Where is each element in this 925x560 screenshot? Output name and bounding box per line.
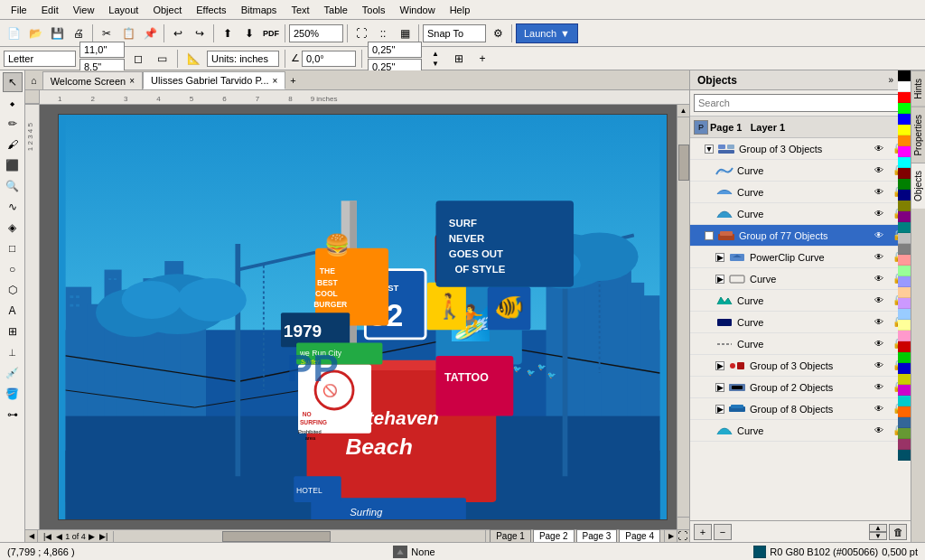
export-btn[interactable]: ⬇ bbox=[239, 23, 259, 43]
obj-curve8-row[interactable]: Curve 👁 🔓 bbox=[690, 420, 911, 442]
palette-color-18[interactable] bbox=[898, 266, 911, 276]
palette-color-23[interactable] bbox=[898, 320, 911, 331]
zoom-fit-btn[interactable]: ⛶ bbox=[677, 530, 689, 543]
obj-curve1-row[interactable]: Curve 👁 🔓 bbox=[690, 160, 911, 182]
curve2-eye[interactable]: 👁 bbox=[874, 187, 889, 197]
menu-view[interactable]: View bbox=[66, 3, 102, 17]
palette-color-7[interactable] bbox=[898, 146, 911, 157]
menu-bitmaps[interactable]: Bitmaps bbox=[234, 3, 285, 17]
node-tool[interactable]: ⬥ bbox=[3, 93, 23, 113]
document-tab-close[interactable]: × bbox=[273, 76, 278, 86]
search-input[interactable] bbox=[694, 94, 907, 112]
palette-color-11[interactable] bbox=[898, 190, 911, 201]
palette-color-13[interactable] bbox=[898, 211, 911, 222]
palette-color-30[interactable] bbox=[898, 396, 911, 406]
menu-tools[interactable]: Tools bbox=[355, 3, 393, 17]
cut-btn[interactable]: ✂ bbox=[97, 23, 117, 43]
transform-btn[interactable]: ⊞ bbox=[449, 49, 469, 69]
canvas-scroll[interactable]: Whitehaven Beach 🌴 Surfing bbox=[40, 105, 677, 529]
bottom-scrollbar[interactable]: ◀ |◀ ◀ 1 of 4 ▶ ▶| Page 1 Page 2 Page 3 … bbox=[25, 529, 689, 542]
palette-color-0[interactable] bbox=[898, 70, 911, 81]
group77-eye[interactable]: 👁 bbox=[874, 230, 889, 240]
menu-object[interactable]: Object bbox=[145, 3, 189, 17]
undo-btn[interactable]: ↩ bbox=[168, 23, 188, 43]
powerclip-eye[interactable]: 👁 bbox=[874, 252, 889, 262]
curve5-eye[interactable]: 👁 bbox=[874, 295, 889, 305]
palette-color-35[interactable] bbox=[898, 450, 911, 461]
menu-window[interactable]: Window bbox=[393, 3, 443, 17]
palette-color-29[interactable] bbox=[898, 385, 911, 396]
font-box[interactable]: Letter bbox=[4, 51, 76, 67]
h-scroll-thumb[interactable] bbox=[222, 531, 331, 542]
palette-color-9[interactable] bbox=[898, 168, 911, 179]
group3b-eye[interactable]: 👁 bbox=[874, 360, 889, 370]
x-down-btn[interactable]: ▼ bbox=[425, 59, 445, 68]
welcome-tab-close[interactable]: × bbox=[129, 76, 135, 86]
curve6-eye[interactable]: 👁 bbox=[874, 317, 889, 327]
menu-help[interactable]: Help bbox=[443, 3, 478, 17]
curve3-eye[interactable]: 👁 bbox=[874, 209, 889, 219]
rect-tool[interactable]: □ bbox=[3, 238, 23, 258]
polygon-tool[interactable]: ⬡ bbox=[3, 280, 23, 300]
curve4-eye[interactable]: 👁 bbox=[874, 274, 889, 284]
welcome-tab[interactable]: Welcome Screen × bbox=[42, 71, 143, 89]
obj-group77-row[interactable]: ▼ Group of 77 Objects 👁 🔓 bbox=[690, 225, 911, 247]
objects-tab[interactable]: Objects bbox=[911, 163, 925, 209]
crop-tool[interactable]: ⬛ bbox=[3, 155, 23, 175]
palette-color-25[interactable] bbox=[898, 341, 911, 352]
h-scrollbar[interactable] bbox=[114, 530, 485, 543]
expand-group77-btn[interactable]: ▼ bbox=[705, 231, 714, 240]
palette-color-27[interactable] bbox=[898, 363, 911, 374]
document-tab[interactable]: Ulisses Gabriel Tarvido P... × bbox=[143, 71, 285, 89]
obj-group2-row[interactable]: ▶ Group of 2 Objects 👁 🔓 bbox=[690, 377, 911, 398]
fullscreen-btn[interactable]: ⛶ bbox=[351, 23, 371, 43]
expand-group3-btn[interactable]: ▼ bbox=[705, 145, 714, 154]
width-box[interactable]: 11,0" bbox=[79, 42, 125, 58]
obj-curve7-row[interactable]: Curve 👁 🔓 bbox=[690, 333, 911, 355]
group3-eye[interactable]: 👁 bbox=[874, 144, 889, 154]
page-tab-4[interactable]: Page 4 bbox=[619, 529, 660, 542]
page-tab-3[interactable]: Page 3 bbox=[576, 529, 618, 542]
expand-powerclip-btn[interactable]: ▶ bbox=[715, 253, 724, 262]
obj-group3b-row[interactable]: ▶ Group of 3 Objects 👁 🔓 bbox=[690, 355, 911, 377]
obj-curve5-row[interactable]: Curve 👁 🔓 bbox=[690, 290, 911, 312]
menu-edit[interactable]: Edit bbox=[34, 3, 66, 17]
properties-tab[interactable]: Properties bbox=[911, 107, 925, 163]
copy-btn[interactable]: 📋 bbox=[118, 23, 138, 43]
add-node-btn[interactable]: + bbox=[472, 49, 492, 69]
palette-color-4[interactable] bbox=[898, 114, 911, 125]
expand-group2-btn[interactable]: ▶ bbox=[715, 383, 724, 392]
curve1-eye[interactable]: 👁 bbox=[874, 165, 889, 175]
palette-color-33[interactable] bbox=[898, 428, 911, 439]
import-btn[interactable]: ⬆ bbox=[218, 23, 238, 43]
layout-btn[interactable]: ▦ bbox=[395, 23, 415, 43]
move-down-btn[interactable]: ▼ bbox=[869, 532, 887, 540]
palette-color-32[interactable] bbox=[898, 417, 911, 428]
palette-color-21[interactable] bbox=[898, 298, 911, 309]
palette-color-24[interactable] bbox=[898, 331, 911, 341]
expand-group3b-btn[interactable]: ▶ bbox=[715, 361, 724, 370]
next-page-btn[interactable]: ▶ bbox=[87, 532, 97, 541]
x-up-btn[interactable]: ▲ bbox=[425, 49, 445, 58]
zoom-tool[interactable]: 🔍 bbox=[3, 176, 23, 196]
palette-color-5[interactable] bbox=[898, 125, 911, 135]
landscape-btn[interactable]: ▭ bbox=[152, 49, 172, 69]
fill-tool[interactable]: 🪣 bbox=[3, 384, 23, 404]
menu-text[interactable]: Text bbox=[284, 3, 316, 17]
grid-btn[interactable]: :: bbox=[373, 23, 393, 43]
curve-tool[interactable]: ∿ bbox=[3, 197, 23, 217]
new-btn[interactable]: 📄 bbox=[4, 23, 23, 43]
palette-color-10[interactable] bbox=[898, 179, 911, 190]
blend-tool[interactable]: ⊶ bbox=[3, 405, 23, 425]
group2-eye[interactable]: 👁 bbox=[874, 382, 889, 392]
parallel-tool[interactable]: ⟂ bbox=[3, 342, 23, 362]
palette-color-8[interactable] bbox=[898, 157, 911, 168]
table-tool[interactable]: ⊞ bbox=[3, 322, 23, 341]
add-layer-btn[interactable]: + bbox=[694, 524, 712, 540]
palette-color-15[interactable] bbox=[898, 233, 911, 244]
scroll-right-btn[interactable]: ▶ bbox=[664, 530, 677, 543]
remove-layer-btn[interactable]: − bbox=[714, 524, 732, 540]
obj-curve3-row[interactable]: Curve 👁 🔓 bbox=[690, 203, 911, 225]
smart-fill[interactable]: ◈ bbox=[3, 218, 23, 238]
group8-eye[interactable]: 👁 bbox=[874, 404, 889, 414]
